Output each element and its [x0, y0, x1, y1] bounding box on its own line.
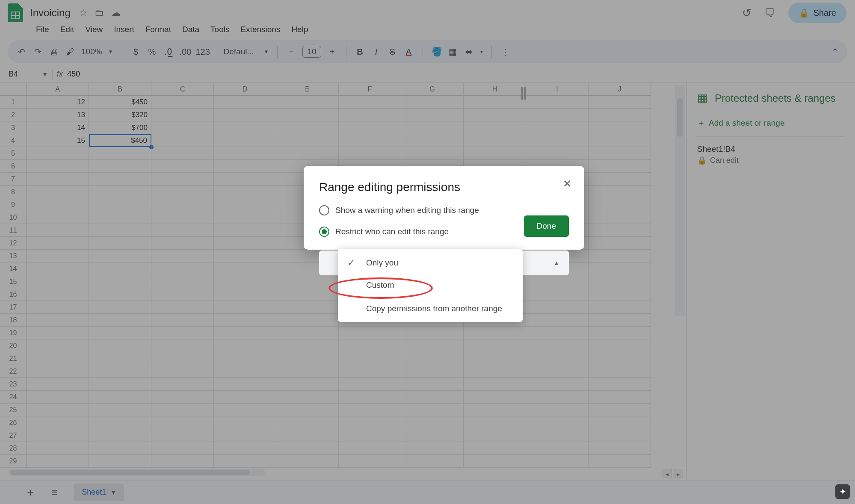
cell-I3[interactable]: [526, 121, 589, 134]
cell-C16[interactable]: [151, 288, 214, 301]
redo-icon[interactable]: ↷: [33, 47, 43, 57]
row-header-11[interactable]: 11: [0, 224, 27, 237]
cell-F3[interactable]: [339, 121, 401, 134]
cell-J17[interactable]: [589, 301, 651, 314]
cell-J15[interactable]: [589, 275, 651, 288]
cell-F20[interactable]: [339, 339, 401, 352]
column-header-I[interactable]: I: [526, 83, 589, 96]
menu-item-only-you[interactable]: ✓ Only you: [338, 251, 523, 274]
cell-G2[interactable]: [401, 109, 464, 121]
cell-D26[interactable]: [214, 416, 276, 429]
cell-J9[interactable]: [589, 198, 651, 211]
cell-J28[interactable]: [589, 442, 651, 455]
cell-A8[interactable]: [27, 186, 89, 198]
cell-C22[interactable]: [151, 365, 214, 378]
cell-I1[interactable]: [526, 96, 589, 109]
cell-I22[interactable]: [526, 365, 589, 378]
cell-A22[interactable]: [27, 365, 89, 378]
cell-C10[interactable]: [151, 211, 214, 224]
cell-J8[interactable]: [589, 186, 651, 198]
vertical-scrollbar[interactable]: [675, 85, 685, 316]
cell-A17[interactable]: [27, 301, 89, 314]
cell-I18[interactable]: [526, 314, 589, 327]
cell-B14[interactable]: [89, 262, 151, 275]
cell-J13[interactable]: [589, 250, 651, 262]
cell-D9[interactable]: [214, 198, 276, 211]
cell-C12[interactable]: [151, 237, 214, 250]
horizontal-scroll-arrows[interactable]: ◂▸: [662, 469, 683, 479]
strikethrough-icon[interactable]: S: [388, 47, 398, 57]
undo-icon[interactable]: ↶: [16, 47, 27, 57]
cell-C4[interactable]: [151, 134, 214, 147]
sheet-tab-sheet1[interactable]: Sheet1 ▼: [74, 483, 124, 501]
cell-C8[interactable]: [151, 186, 214, 198]
all-sheets-button[interactable]: ≡: [51, 486, 58, 499]
column-header-G[interactable]: G: [401, 83, 464, 96]
cell-B17[interactable]: [89, 301, 151, 314]
move-icon[interactable]: 🗀: [95, 7, 104, 18]
cell-G3[interactable]: [401, 121, 464, 134]
cell-C25[interactable]: [151, 404, 214, 416]
menu-edit[interactable]: Edit: [60, 25, 74, 34]
cell-A14[interactable]: [27, 262, 89, 275]
cell-A15[interactable]: [27, 275, 89, 288]
cell-J25[interactable]: [589, 404, 651, 416]
document-title[interactable]: Invoicing: [30, 7, 71, 19]
cell-E3[interactable]: [276, 121, 339, 134]
cell-J12[interactable]: [589, 237, 651, 250]
row-header-12[interactable]: 12: [0, 237, 27, 250]
cell-G28[interactable]: [401, 442, 464, 455]
row-header-2[interactable]: 2: [0, 109, 27, 121]
column-header-F[interactable]: F: [339, 83, 401, 96]
cell-G21[interactable]: [401, 352, 464, 365]
cell-H1[interactable]: [464, 96, 526, 109]
row-header-17[interactable]: 17: [0, 301, 27, 314]
row-header-6[interactable]: 6: [0, 160, 27, 173]
menu-extensions[interactable]: Extensions: [240, 25, 280, 34]
cell-J29[interactable]: [589, 455, 651, 468]
cell-B20[interactable]: [89, 339, 151, 352]
row-header-9[interactable]: 9: [0, 198, 27, 211]
cell-G24[interactable]: [401, 391, 464, 404]
cell-J4[interactable]: [589, 134, 651, 147]
cell-D24[interactable]: [214, 391, 276, 404]
close-icon[interactable]: ✕: [563, 178, 571, 190]
cell-B28[interactable]: [89, 442, 151, 455]
menu-item-copy-permissions[interactable]: Copy permissions from another range: [338, 298, 523, 319]
chevron-down-icon[interactable]: ▼: [42, 71, 48, 78]
decrease-decimal-icon[interactable]: .0̲: [163, 47, 174, 57]
cell-A26[interactable]: [27, 416, 89, 429]
chevron-down-icon[interactable]: ▼: [110, 489, 116, 496]
more-icon[interactable]: ⋮: [500, 47, 511, 57]
row-header-25[interactable]: 25: [0, 404, 27, 416]
cell-F1[interactable]: [339, 96, 401, 109]
cell-D14[interactable]: [214, 262, 276, 275]
cell-B23[interactable]: [89, 378, 151, 391]
cell-B12[interactable]: [89, 237, 151, 250]
cell-B8[interactable]: [89, 186, 151, 198]
cell-A9[interactable]: [27, 198, 89, 211]
cell-A20[interactable]: [27, 339, 89, 352]
cell-B10[interactable]: [89, 211, 151, 224]
cell-A4[interactable]: 15: [27, 134, 89, 147]
cell-A5[interactable]: [27, 147, 89, 160]
row-header-5[interactable]: 5: [0, 147, 27, 160]
cell-F22[interactable]: [339, 365, 401, 378]
cell-I2[interactable]: [526, 109, 589, 121]
cell-C15[interactable]: [151, 275, 214, 288]
cell-A11[interactable]: [27, 224, 89, 237]
cell-B15[interactable]: [89, 275, 151, 288]
cell-G26[interactable]: [401, 416, 464, 429]
cell-D5[interactable]: [214, 147, 276, 160]
cell-C26[interactable]: [151, 416, 214, 429]
cell-G4[interactable]: [401, 134, 464, 147]
cell-E26[interactable]: [276, 416, 339, 429]
cell-E19[interactable]: [276, 327, 339, 339]
cell-C18[interactable]: [151, 314, 214, 327]
cell-A25[interactable]: [27, 404, 89, 416]
cell-C14[interactable]: [151, 262, 214, 275]
cell-A12[interactable]: [27, 237, 89, 250]
cell-I16[interactable]: [526, 288, 589, 301]
cell-H23[interactable]: [464, 378, 526, 391]
star-icon[interactable]: ☆: [79, 7, 88, 18]
